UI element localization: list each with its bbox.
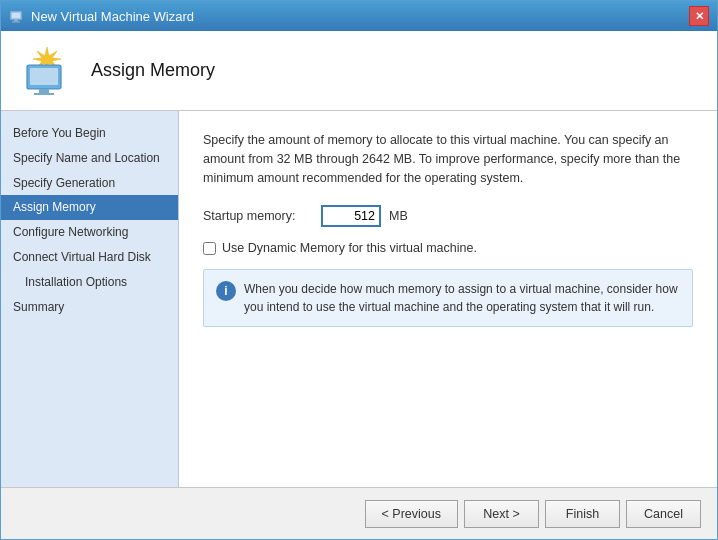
info-text: When you decide how much memory to assig…: [244, 280, 680, 316]
info-box: i When you decide how much memory to ass…: [203, 269, 693, 327]
sidebar-item-connect-vhd[interactable]: Connect Virtual Hard Disk: [1, 245, 178, 270]
sidebar-item-installation-options[interactable]: Installation Options: [1, 270, 178, 295]
previous-button[interactable]: < Previous: [365, 500, 458, 528]
svg-rect-3: [12, 22, 20, 23]
header-title: Assign Memory: [91, 60, 215, 81]
memory-unit: MB: [389, 209, 408, 223]
wizard-icon: [9, 8, 25, 24]
info-icon: i: [216, 281, 236, 301]
header-icon: [21, 43, 77, 99]
wizard-header: Assign Memory: [1, 31, 717, 111]
dynamic-memory-label: Use Dynamic Memory for this virtual mach…: [222, 241, 477, 255]
wizard-content: Specify the amount of memory to allocate…: [179, 111, 717, 487]
title-bar: New Virtual Machine Wizard ✕: [1, 1, 717, 31]
startup-memory-input[interactable]: [321, 205, 381, 227]
svg-rect-1: [12, 13, 20, 18]
wizard-window: New Virtual Machine Wizard ✕ Assign Memo…: [0, 0, 718, 540]
title-bar-left: New Virtual Machine Wizard: [9, 8, 194, 24]
close-button[interactable]: ✕: [689, 6, 709, 26]
memory-label: Startup memory:: [203, 209, 313, 223]
next-button[interactable]: Next >: [464, 500, 539, 528]
memory-row: Startup memory: MB: [203, 205, 693, 227]
svg-rect-8: [34, 93, 54, 95]
svg-rect-2: [14, 20, 18, 22]
title-bar-title: New Virtual Machine Wizard: [31, 9, 194, 24]
content-description: Specify the amount of memory to allocate…: [203, 131, 693, 187]
dynamic-memory-checkbox[interactable]: [203, 242, 216, 255]
svg-rect-7: [39, 89, 49, 93]
wizard-footer: < Previous Next > Finish Cancel: [1, 487, 717, 539]
sidebar-item-specify-generation[interactable]: Specify Generation: [1, 171, 178, 196]
cancel-button[interactable]: Cancel: [626, 500, 701, 528]
wizard-sidebar: Before You Begin Specify Name and Locati…: [1, 111, 179, 487]
svg-rect-6: [30, 68, 58, 85]
finish-button[interactable]: Finish: [545, 500, 620, 528]
sidebar-item-before-you-begin[interactable]: Before You Begin: [1, 121, 178, 146]
sidebar-item-assign-memory[interactable]: Assign Memory: [1, 195, 178, 220]
dynamic-memory-row: Use Dynamic Memory for this virtual mach…: [203, 241, 693, 255]
sidebar-item-configure-networking[interactable]: Configure Networking: [1, 220, 178, 245]
wizard-body: Before You Begin Specify Name and Locati…: [1, 111, 717, 487]
sidebar-item-summary[interactable]: Summary: [1, 295, 178, 320]
sidebar-item-specify-name[interactable]: Specify Name and Location: [1, 146, 178, 171]
